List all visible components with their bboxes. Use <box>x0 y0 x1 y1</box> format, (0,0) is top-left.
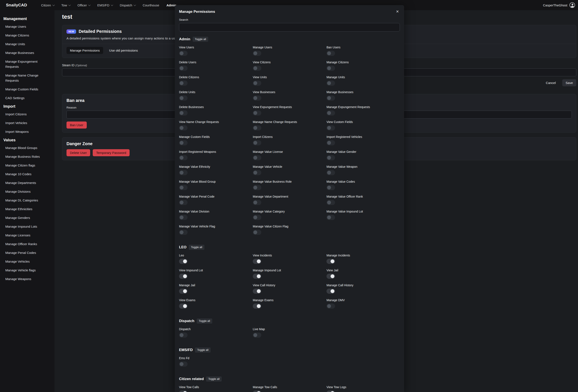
toggle-manage-value-license[interactable] <box>253 155 261 160</box>
sidebar-item-manage-genders[interactable]: Manage Genders <box>3 215 47 220</box>
sidebar-item-manage-licenses[interactable]: Manage Licenses <box>3 233 47 238</box>
toggle-ems-fd[interactable] <box>179 361 188 367</box>
nav-item-officer[interactable]: Officer <box>77 3 90 7</box>
sidebar-item-import-weapons[interactable]: Import Weapons <box>3 129 47 134</box>
sidebar-item-manage-ethnicities[interactable]: Manage Ethnicities <box>3 206 47 212</box>
toggle-manage-value-department[interactable] <box>253 200 261 205</box>
nav-item-dispatch[interactable]: Dispatch <box>120 3 135 7</box>
toggle-view-jail[interactable] <box>327 274 335 279</box>
sidebar-item-manage-penal-codes[interactable]: Manage Penal Codes <box>3 250 47 255</box>
sidebar-item-manage-citizen-flags[interactable]: Manage Citizen flags <box>3 163 47 168</box>
delete-user-button[interactable]: Delete User <box>66 149 90 156</box>
toggle-delete-users[interactable] <box>179 66 188 71</box>
toggle-dispatch[interactable] <box>179 333 188 338</box>
toggle-all-button-admin[interactable]: Toggle all <box>193 37 208 42</box>
toggle-view-citizens[interactable] <box>253 66 261 71</box>
toggle-manage-exams[interactable] <box>253 303 261 309</box>
sidebar-item-import-citizens[interactable]: Import Citizens <box>3 112 47 117</box>
sidebar-item-manage-users[interactable]: Manage Users <box>3 24 47 29</box>
toggle-view-exams[interactable] <box>179 303 188 309</box>
toggle-manage-custom-fields[interactable] <box>179 140 188 145</box>
toggle-manage-units[interactable] <box>327 81 335 86</box>
toggle-manage-jail[interactable] <box>179 289 188 294</box>
toggle-manage-value-blood-group[interactable] <box>179 185 188 190</box>
toggle-manage-users[interactable] <box>253 51 261 56</box>
user-menu[interactable]: CasperTheGhost <box>543 2 575 8</box>
toggle-manage-value-penal-code[interactable] <box>179 200 188 205</box>
sidebar-item-import-vehicles[interactable]: Import Vehicles <box>3 120 47 126</box>
toggle-all-button-dispatch[interactable]: Toggle all <box>197 318 212 324</box>
toggle-view-impound-lot[interactable] <box>179 274 188 279</box>
sidebar-item-manage-officer-ranks[interactable]: Manage Officer Ranks <box>3 242 47 247</box>
sidebar-item-manage-units[interactable]: Manage Units <box>3 42 47 47</box>
toggle-delete-units[interactable] <box>179 96 188 100</box>
toggle-leo[interactable] <box>179 259 188 264</box>
toggle-delete-citizens[interactable] <box>179 81 188 86</box>
toggle-manage-value-impound-lot[interactable] <box>327 215 335 220</box>
sidebar-item-manage-citizens[interactable]: Manage Citizens <box>3 33 47 38</box>
close-icon[interactable]: ✕ <box>395 9 400 14</box>
toggle-all-button-citizen-related[interactable]: Toggle all <box>206 376 222 382</box>
save-button[interactable]: Save <box>562 79 576 86</box>
toggle-view-name-change-requests[interactable] <box>179 125 188 130</box>
sidebar-item-manage-divisions[interactable]: Manage Divisions <box>3 189 47 194</box>
sidebar-item-manage-weapons[interactable]: Manage Weapons <box>3 277 47 282</box>
toggle-live-map[interactable] <box>253 333 261 338</box>
sidebar-item-manage-blood-groups[interactable]: Manage Blood Groups <box>3 145 47 150</box>
toggle-manage-value-codes[interactable] <box>327 185 335 190</box>
sidebar-item-manage-businesses[interactable]: Manage Businesses <box>3 50 47 55</box>
toggle-view-incidents[interactable] <box>253 259 261 264</box>
nav-item-courthouse[interactable]: Courthouse <box>143 3 159 7</box>
toggle-view-expungement-requests[interactable] <box>253 110 261 115</box>
toggle-manage-tow-calls[interactable] <box>253 391 261 392</box>
toggle-manage-incidents[interactable] <box>327 259 335 264</box>
toggle-view-units[interactable] <box>253 81 261 86</box>
sidebar-item-manage-10-codes[interactable]: Manage 10 Codes <box>3 172 47 177</box>
toggle-manage-businesses[interactable] <box>327 96 335 100</box>
sidebar-item-manage-vehicle-flags[interactable]: Manage Vehicle flags <box>3 268 47 273</box>
toggle-manage-value-ethnicity[interactable] <box>179 170 188 175</box>
use-old-permissions-button[interactable]: Use old permissions <box>106 47 141 54</box>
sidebar-item-manage-vehicles[interactable]: Manage Vehicles <box>3 259 47 264</box>
toggle-delete-businesses[interactable] <box>179 110 188 115</box>
toggle-manage-name-change-requests[interactable] <box>253 125 261 130</box>
toggle-view-tow-calls[interactable] <box>179 391 188 392</box>
toggle-manage-expungement-requests[interactable] <box>327 110 335 115</box>
nav-item-tow[interactable]: Tow <box>61 3 70 7</box>
toggle-ban-users[interactable] <box>327 51 335 56</box>
toggle-manage-value-division[interactable] <box>179 215 188 220</box>
temporary-password-button[interactable]: Temporary Password <box>93 149 130 156</box>
toggle-all-button-ems-fd[interactable]: Toggle all <box>195 347 211 352</box>
sidebar-item-manage-business-roles[interactable]: Manage Business Roles <box>3 154 47 159</box>
search-input[interactable] <box>179 23 400 32</box>
nav-item-citizen[interactable]: Citizen <box>41 3 54 7</box>
toggle-view-call-history[interactable] <box>253 289 261 294</box>
toggle-manage-value-citizen-flag[interactable] <box>253 230 261 235</box>
toggle-manage-call-history[interactable] <box>327 289 335 294</box>
ban-user-button[interactable]: Ban User <box>66 121 87 129</box>
sidebar-item-manage-departments[interactable]: Manage Departments <box>3 180 47 186</box>
sidebar-item-manage-impound-lots[interactable]: Manage Impound Lots <box>3 224 47 229</box>
toggle-view-users[interactable] <box>179 51 188 56</box>
sidebar-item-manage-dl-categories[interactable]: Manage DL Categories <box>3 198 47 203</box>
sidebar-item-cad-settings[interactable]: CAD Settings <box>3 96 47 100</box>
toggle-manage-value-category[interactable] <box>253 215 261 220</box>
sidebar-item-manage-expungement-requests[interactable]: Manage Expungement Requests <box>3 59 47 69</box>
toggle-manage-impound-lot[interactable] <box>253 274 261 279</box>
nav-item-ems-fd[interactable]: EMS/FD <box>97 3 112 7</box>
toggle-manage-value-gender[interactable] <box>327 155 335 160</box>
manage-permissions-button[interactable]: Manage Permissions <box>66 47 103 54</box>
toggle-manage-value-vehicle[interactable] <box>253 170 261 175</box>
toggle-manage-value-weapon[interactable] <box>327 170 335 175</box>
toggle-view-businesses[interactable] <box>253 96 261 100</box>
toggle-manage-value-vehicle-flag[interactable] <box>179 230 188 235</box>
sidebar-item-manage-name-change-requests[interactable]: Manage Name Change Requests <box>3 73 47 83</box>
toggle-manage-dmv[interactable] <box>327 303 335 309</box>
toggle-manage-value-officer-rank[interactable] <box>327 200 335 205</box>
cancel-button[interactable]: Cancel <box>542 79 559 86</box>
toggle-import-citizens[interactable] <box>253 140 261 145</box>
toggle-all-button-leo[interactable]: Toggle all <box>189 245 204 250</box>
toggle-view-custom-fields[interactable] <box>327 125 335 130</box>
toggle-view-tow-logs[interactable] <box>327 391 335 392</box>
toggle-import-registered-weapons[interactable] <box>179 155 188 160</box>
